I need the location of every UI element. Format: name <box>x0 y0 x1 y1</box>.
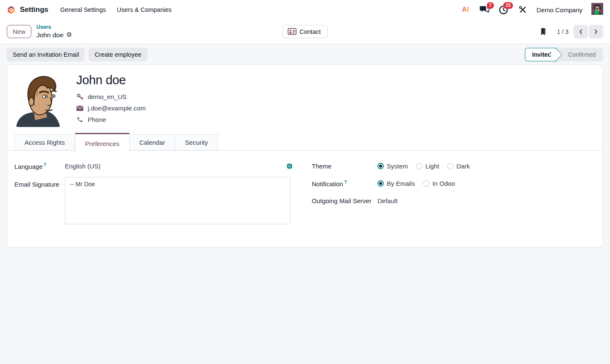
user-header: John doe demo_en_US <box>7 65 603 127</box>
radio-light[interactable] <box>416 163 422 169</box>
notification-option-by-emails[interactable]: By Emails <box>377 180 415 187</box>
theme-row: Theme System Light <box>312 161 596 171</box>
preferences-left-column: Language? English (US) E <box>14 161 298 230</box>
status-pipeline: Invited Confirmed <box>525 48 603 61</box>
notification-row: Notification? By Emails In Odoo <box>312 178 596 188</box>
menu-users-companies[interactable]: Users & Companies <box>113 4 176 16</box>
breadcrumb-users-link[interactable]: Users <box>36 24 72 31</box>
control-panel: New Users John doe ⚙ Contact <box>0 19 610 44</box>
theme-option-light[interactable]: Light <box>416 163 439 170</box>
phone-placeholder[interactable]: Phone <box>88 116 106 123</box>
odoo-settings-window: Settings General Settings Users & Compan… <box>0 0 610 364</box>
preferences-right-column: Theme System Light <box>312 161 596 230</box>
odoo-logo-icon <box>7 6 16 14</box>
outgoing-mail-server-label: Outgoing Mail Server <box>312 197 377 204</box>
language-row: Language? English (US) <box>14 161 298 171</box>
language-label: Language? <box>14 162 65 170</box>
user-profile-image[interactable] <box>14 72 62 127</box>
notification-option-in-odoo[interactable]: In Odoo <box>423 180 455 187</box>
phone-row: Phone <box>76 116 146 123</box>
login-row: demo_en_US <box>76 93 146 100</box>
theme-light-label: Light <box>425 163 439 170</box>
status-step-confirmed[interactable]: Confirmed <box>557 48 603 61</box>
contact-stat-button[interactable]: Contact <box>282 25 328 38</box>
pager-zone: 1 / 3 <box>539 25 603 39</box>
menu-general-settings[interactable]: General Settings <box>56 4 110 16</box>
email-value[interactable]: j.doe@example.com <box>88 105 146 112</box>
user-menu[interactable] <box>591 3 603 17</box>
radio-dark[interactable] <box>447 163 454 169</box>
preferences-tab-content: Language? English (US) E <box>7 151 603 247</box>
radio-in-odoo[interactable] <box>423 180 430 187</box>
new-record-button[interactable]: New <box>7 25 31 38</box>
top-navbar: Settings General Settings Users & Compan… <box>0 0 610 19</box>
notification-label: Notification? <box>312 179 377 188</box>
status-confirmed-label: Confirmed <box>568 51 596 58</box>
globe-icon[interactable] <box>286 163 293 169</box>
send-invitation-email-button[interactable]: Send an Invitation Email <box>7 48 85 61</box>
tab-access-rights[interactable]: Access Rights <box>14 134 75 150</box>
status-invited-label: Invited <box>532 51 551 58</box>
tab-calendar[interactable]: Calendar <box>130 134 175 150</box>
online-status-dot <box>594 10 599 15</box>
bookmark-icon[interactable] <box>539 28 548 36</box>
support-tools-icon[interactable] <box>518 5 528 15</box>
notebook-tabs: Access Rights Preferences Calendar Secur… <box>7 134 603 151</box>
language-help-icon[interactable]: ? <box>44 162 46 167</box>
activities-badge: 23 <box>503 2 513 9</box>
messages-badge: 7 <box>487 2 494 9</box>
company-switcher[interactable]: Demo Company <box>537 6 582 14</box>
contact-card-icon <box>288 28 297 35</box>
theme-label: Theme <box>312 163 377 170</box>
login-value[interactable]: demo_en_US <box>88 93 127 100</box>
outgoing-mail-server-row: Outgoing Mail Server Default <box>312 196 596 206</box>
key-icon <box>76 94 83 100</box>
systray: AI 7 23 D <box>460 3 603 17</box>
user-name-field[interactable]: John doe <box>76 73 146 87</box>
pager-counter: 1 / 3 <box>557 28 568 35</box>
create-employee-button[interactable]: Create employee <box>89 48 147 61</box>
user-form-card: John doe demo_en_US <box>7 64 603 248</box>
messages-icon[interactable]: 7 <box>480 5 490 15</box>
apps-menu-button[interactable]: Settings <box>7 6 48 14</box>
notification-in-odoo-label: In Odoo <box>433 180 455 187</box>
status-step-invited[interactable]: Invited <box>525 48 557 61</box>
theme-option-dark[interactable]: Dark <box>447 163 470 170</box>
theme-option-system[interactable]: System <box>377 163 408 170</box>
form-statusbar: Send an Invitation Email Create employee… <box>0 44 610 64</box>
contact-button-label: Contact <box>299 28 321 35</box>
activities-clock-icon[interactable]: 23 <box>499 5 509 15</box>
current-app-name[interactable]: Settings <box>20 6 48 14</box>
tab-security[interactable]: Security <box>175 134 218 150</box>
form-sheet-zone: John doe demo_en_US <box>0 64 610 248</box>
theme-dark-label: Dark <box>457 163 470 170</box>
actions-gear-icon[interactable]: ⚙ <box>67 31 72 39</box>
radio-system[interactable] <box>377 163 384 169</box>
tab-preferences[interactable]: Preferences <box>75 133 130 153</box>
envelope-icon <box>76 105 83 111</box>
pager-previous-button[interactable] <box>574 25 588 39</box>
notification-by-emails-label: By Emails <box>387 180 415 187</box>
language-value[interactable]: English (US) <box>65 163 100 170</box>
email-signature-textarea[interactable]: -- Mr Doe <box>65 177 290 224</box>
email-row: j.doe@example.com <box>76 105 146 112</box>
notification-radio-group: By Emails In Odoo <box>377 180 455 187</box>
app-menu-bar: General Settings Users & Companies <box>56 4 176 16</box>
phone-icon <box>76 116 83 123</box>
outgoing-mail-server-value[interactable]: Default <box>377 197 398 204</box>
theme-system-label: System <box>387 163 408 170</box>
radio-by-emails[interactable] <box>377 180 384 187</box>
breadcrumb-current-record: John doe <box>36 31 64 39</box>
ai-label: AI <box>462 6 469 14</box>
theme-radio-group: System Light Dark <box>377 163 470 170</box>
email-signature-row: Email Signature -- Mr Doe <box>14 177 298 224</box>
breadcrumb: Users John doe ⚙ <box>36 24 72 39</box>
pager-next-button[interactable] <box>589 25 603 39</box>
ai-assistant-icon[interactable]: AI <box>460 5 471 15</box>
notification-help-icon[interactable]: ? <box>344 179 347 185</box>
email-signature-label: Email Signature <box>14 177 65 188</box>
